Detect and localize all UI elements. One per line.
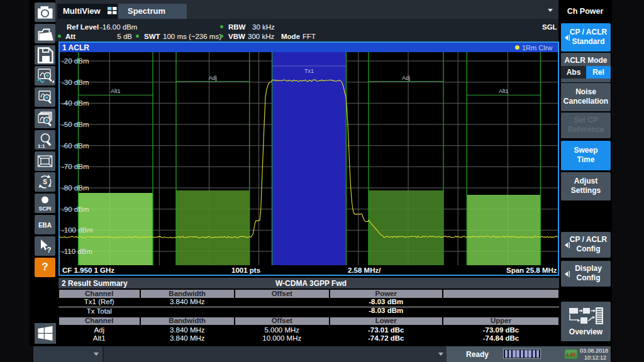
svg-text:-100 dBm: -100 dBm	[62, 226, 93, 234]
svg-text:Alt1: Alt1	[111, 88, 121, 94]
svg-text:SCPI: SCPI	[39, 206, 52, 212]
svg-text:Adj: Adj	[402, 75, 410, 81]
svg-text:-40 dBm: -40 dBm	[62, 99, 89, 107]
svg-text:LXI: LXI	[567, 351, 576, 358]
svg-text:-90 dBm: -90 dBm	[62, 206, 89, 213]
svg-text:EBA: EBA	[38, 222, 52, 229]
svg-text:S: S	[43, 178, 47, 185]
svg-text:?: ?	[47, 246, 51, 255]
svg-text:-110 dBm: -110 dBm	[62, 248, 92, 255]
svg-text:-20 dBm: -20 dBm	[62, 57, 89, 65]
svg-text:-60 dBm: -60 dBm	[62, 142, 89, 150]
svg-text:-50 dBm: -50 dBm	[62, 121, 89, 128]
svg-text:1:1: 1:1	[38, 143, 45, 149]
svg-text:-80 dBm: -80 dBm	[62, 184, 89, 192]
svg-text:-70 dBm: -70 dBm	[62, 163, 89, 170]
svg-text:Adj: Adj	[209, 75, 217, 81]
svg-text:Tx1: Tx1	[304, 68, 314, 74]
svg-text:Alt1: Alt1	[499, 88, 509, 94]
svg-text:-30 dBm: -30 dBm	[62, 79, 89, 86]
